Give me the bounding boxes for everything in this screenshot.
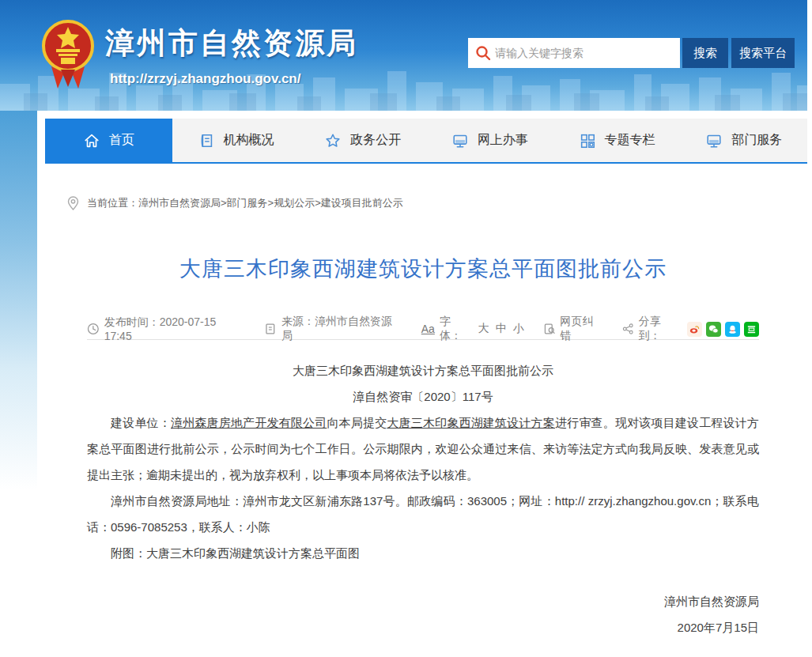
signature-date: 2020年7月15日 [87, 614, 759, 640]
qq-icon[interactable] [725, 322, 740, 337]
grid-icon [579, 132, 596, 149]
nav-item-department-services[interactable]: 部门服务 [680, 119, 807, 162]
nav-item-home[interactable]: 首页 [45, 119, 172, 162]
signature-agency: 漳州市自然资源局 [87, 588, 759, 614]
nav-item-organization[interactable]: 机构概况 [172, 119, 300, 162]
douban-icon[interactable] [744, 322, 759, 337]
page-title: 大唐三木印象西湖建筑设计方案总平面图批前公示 [87, 255, 759, 283]
site-logo[interactable]: 漳州市自然资源局 http://zrzyj.zhangzhou.gov.cn/ [42, 16, 358, 89]
location-pin-icon [67, 196, 79, 210]
paragraph-contact: 漳州市自然资源局地址：漳州市龙文区新浦东路137号。邮政编码：363005；网址… [87, 488, 759, 540]
search-button[interactable]: 搜索 [682, 38, 728, 68]
developer-company-link[interactable]: 漳州森唐房地产开发有限公司 [171, 416, 327, 429]
article-meta-bar: 发布时间：2020-07-15 17:45 来源：漳州市自然资源局 Aa 字体：… [87, 315, 759, 340]
paragraph-notice: 建设单位：漳州森唐房地产开发有限公司向本局提交大唐三木印象西湖建筑设计方案进行审… [87, 410, 759, 488]
header-search: 搜索 搜索平台 [468, 38, 795, 68]
publish-time-text: 发布时间：2020-07-15 17:45 [104, 315, 244, 342]
source: 来源：漳州市自然资源局 [264, 315, 400, 343]
nav-item-online-services[interactable]: 网上办事 [426, 119, 553, 162]
star-icon [324, 132, 342, 149]
search-icon [475, 45, 491, 61]
nav-label: 首页 [109, 132, 134, 149]
weibo-icon[interactable] [687, 322, 702, 337]
p1-lead: 建设单位： [111, 416, 171, 429]
signature-block: 漳州市自然资源局 2020年7月15日 [87, 588, 759, 640]
site-header: 漳州市自然资源局 http://zrzyj.zhangzhou.gov.cn/ … [0, 0, 807, 111]
home-icon [83, 132, 100, 149]
page-correction-icon [543, 323, 556, 335]
nav-label: 部门服务 [731, 132, 782, 149]
font-size-large-button[interactable]: 大 [478, 322, 489, 336]
share-icon-row [683, 322, 759, 337]
search-input[interactable] [468, 38, 680, 68]
share-label: 分享到： [639, 315, 680, 343]
nav-label: 专题专栏 [605, 132, 655, 149]
search-box [468, 38, 680, 68]
site-url: http://zrzyj.zhangzhou.gov.cn/ [110, 71, 358, 87]
publish-time: 发布时间：2020-07-15 17:45 [87, 315, 244, 342]
meta-left: 发布时间：2020-07-15 17:45 来源：漳州市自然资源局 [87, 315, 421, 343]
logo-text: 漳州市自然资源局 http://zrzyj.zhangzhou.gov.cn/ [105, 16, 358, 87]
national-emblem-icon [42, 16, 94, 89]
page-correction[interactable]: 网页纠错 [543, 315, 603, 343]
paragraph-attachment: 附图：大唐三木印象西湖建筑设计方案总平面图 [87, 540, 759, 566]
wechat-icon[interactable] [706, 322, 721, 337]
site-title: 漳州市自然资源局 [105, 24, 358, 63]
meta-right: Aa 字体： 大 中 小 网页纠错 [421, 315, 759, 343]
font-aa-label: Aa [421, 323, 435, 335]
source-text: 来源：漳州市自然资源局 [281, 315, 401, 343]
font-size-medium-button[interactable]: 中 [496, 322, 507, 336]
page-correction-label: 网页纠错 [560, 315, 602, 343]
article-body: 大唐三木印象西湖建筑设计方案总平面图批前公示 漳自然资审〔2020〕117号 建… [87, 357, 759, 640]
nav-label: 政务公开 [350, 132, 401, 149]
share-group: 分享到： [622, 315, 759, 343]
content-card: 首页 机构概况 政务公开 网上办事 [37, 111, 812, 657]
main-nav: 首页 机构概况 政务公开 网上办事 [45, 119, 807, 164]
source-doc-icon [264, 323, 277, 335]
page-left-gradient [0, 111, 37, 490]
monitor-icon [451, 132, 469, 149]
monitor-icon [705, 132, 723, 149]
nav-item-special-topics[interactable]: 专题专栏 [553, 119, 681, 162]
font-size-label: 字体： [440, 315, 472, 343]
font-size-small-button[interactable]: 小 [513, 322, 524, 336]
share-icon [622, 323, 634, 335]
nav-label: 机构概况 [224, 132, 274, 149]
clock-icon [87, 323, 100, 335]
document-number: 漳自然资审〔2020〕117号 [87, 383, 759, 410]
nav-item-gov-disclosure[interactable]: 政务公开 [299, 119, 426, 162]
p1-mid: 向本局提交 [327, 416, 387, 429]
org-doc-icon [198, 132, 215, 149]
project-name-link[interactable]: 大唐三木印象西湖建筑设计方案 [387, 416, 555, 429]
search-platform-button[interactable]: 搜索平台 [731, 38, 795, 68]
breadcrumb: 当前位置：漳州市自然资源局>部门服务>规划公示>建设项目批前公示 [67, 196, 403, 210]
breadcrumb-trail[interactable]: 当前位置：漳州市自然资源局>部门服务>规划公示>建设项目批前公示 [87, 196, 403, 210]
nav-label: 网上办事 [478, 132, 528, 149]
document-title: 大唐三木印象西湖建筑设计方案总平面图批前公示 [87, 357, 759, 383]
